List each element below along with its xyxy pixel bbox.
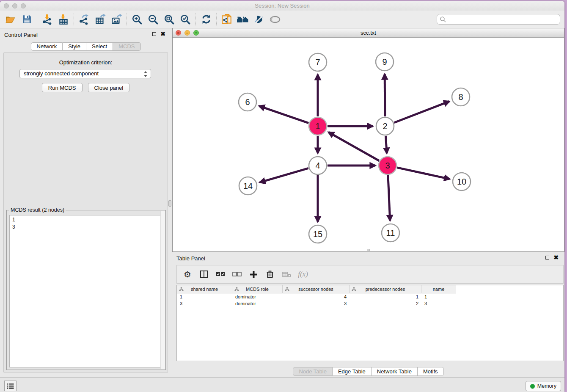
export-table-icon — [95, 14, 106, 25]
export-image-button[interactable] — [108, 12, 124, 27]
refresh-view-button[interactable] — [198, 12, 214, 27]
table-cell[interactable]: dominator — [232, 293, 283, 300]
tab-node-table[interactable]: Node Table — [293, 367, 333, 376]
import-table-button[interactable] — [55, 12, 72, 27]
table-settings-button[interactable]: ⚙ — [181, 268, 194, 281]
graphics-details-icon — [253, 14, 264, 25]
float-panel-icon[interactable] — [152, 32, 156, 36]
tab-network[interactable]: Network — [30, 42, 63, 51]
eye-icon — [269, 14, 281, 25]
table-cell[interactable]: 1 — [350, 293, 421, 300]
graph-node-2[interactable]: 2 — [376, 117, 394, 135]
graph-edge-2-9[interactable] — [385, 74, 385, 116]
zoom-out-button[interactable] — [145, 12, 161, 27]
column-header-MCDS-role[interactable]: MCDS role — [232, 285, 283, 293]
graph-node-10[interactable]: 10 — [453, 173, 471, 190]
table-cell[interactable]: 2 — [350, 300, 421, 307]
graph-edge-3-10[interactable] — [397, 168, 449, 179]
graph-node-3[interactable]: 3 — [379, 157, 396, 174]
graphics-details-button[interactable] — [251, 12, 267, 27]
mcds-result-text[interactable]: 1 3 — [9, 215, 162, 367]
tab-motifs[interactable]: Motifs — [418, 367, 444, 376]
clone-network-button[interactable] — [219, 12, 235, 27]
close-table-panel-icon[interactable]: ✖ — [553, 255, 559, 259]
result-scrollbar[interactable] — [160, 211, 165, 369]
network-window-titlebar[interactable]: × − + scc.txt — [173, 28, 564, 38]
run-mcds-button[interactable]: Run MCDS — [42, 83, 83, 92]
graph-node-11[interactable]: 11 — [382, 224, 399, 242]
column-header-shared-name[interactable]: shared name — [177, 285, 232, 293]
svg-text:11: 11 — [386, 228, 395, 237]
svg-text:10: 10 — [457, 177, 466, 186]
network-resize-grip[interactable] — [367, 249, 370, 251]
tab-network-table[interactable]: Network Table — [372, 367, 418, 376]
tab-mcds[interactable]: MCDS — [113, 42, 140, 51]
graph-edge-2-3[interactable] — [385, 136, 387, 153]
add-column-button[interactable] — [247, 268, 260, 281]
task-history-button[interactable] — [4, 381, 17, 391]
graph-edge-4-14[interactable] — [260, 168, 308, 182]
zoom-selected-button[interactable] — [177, 12, 193, 27]
network-graph-canvas[interactable]: 7968124314101511 — [173, 38, 564, 251]
svg-text:14: 14 — [243, 181, 253, 190]
graph-edge-3-1[interactable] — [328, 132, 379, 160]
save-session-button[interactable] — [19, 12, 35, 27]
shared-column-icon — [285, 287, 289, 292]
table-cell[interactable]: 3 — [283, 300, 350, 307]
graph-node-6[interactable]: 6 — [239, 93, 256, 111]
memory-button[interactable]: Memory — [526, 381, 561, 391]
close-panel-button[interactable]: Close panel — [88, 83, 130, 92]
search-field[interactable] — [437, 14, 560, 25]
column-header-name[interactable]: name — [421, 285, 456, 293]
show-hide-eye-button[interactable] — [267, 12, 283, 27]
import-network-button[interactable] — [39, 12, 55, 27]
export-table-button[interactable] — [92, 12, 108, 27]
tab-style[interactable]: Style — [63, 42, 86, 51]
plus-icon — [250, 271, 258, 279]
deselect-all-button[interactable] — [231, 268, 243, 281]
table-cell[interactable]: 4 — [283, 293, 350, 300]
zoom-fit-button[interactable] — [161, 12, 177, 27]
tab-select[interactable]: Select — [86, 42, 113, 51]
graph-edge-2-8[interactable] — [394, 101, 449, 122]
float-table-panel-icon[interactable] — [545, 256, 549, 259]
close-panel-icon[interactable]: ✖ — [160, 32, 165, 36]
graph-node-4[interactable]: 4 — [309, 157, 327, 174]
panel-divider-grip[interactable] — [168, 200, 171, 207]
show-columns-button[interactable] — [198, 268, 210, 281]
table-cell[interactable]: dominator — [232, 300, 283, 307]
delete-column-button[interactable] — [264, 268, 276, 281]
svg-text:6: 6 — [245, 97, 250, 107]
graph-node-9[interactable]: 9 — [376, 53, 394, 71]
graph-node-7[interactable]: 7 — [309, 53, 327, 71]
criterion-dropdown[interactable]: strongly connected component — [19, 69, 151, 78]
graph-edge-3-11[interactable] — [388, 175, 390, 221]
select-all-button[interactable] — [214, 268, 227, 281]
zoom-out-icon — [148, 14, 159, 25]
export-network-button[interactable] — [76, 12, 92, 27]
graph-node-15[interactable]: 15 — [309, 225, 327, 243]
table-cell[interactable]: 3 — [177, 300, 232, 307]
search-icon — [440, 16, 446, 23]
graph-node-1[interactable]: 1 — [309, 117, 327, 135]
zoom-in-icon — [132, 14, 143, 25]
svg-text:8: 8 — [458, 92, 463, 102]
deselect-all-icon — [232, 271, 242, 277]
table-row[interactable]: 1dominator411 — [177, 293, 563, 300]
column-header-predecessor-nodes[interactable]: predecessor nodes — [350, 285, 421, 293]
graph-node-8[interactable]: 8 — [452, 88, 470, 106]
search-input[interactable] — [446, 16, 560, 22]
open-session-button[interactable] — [3, 12, 19, 27]
table-cell[interactable]: 1 — [421, 293, 456, 300]
zoom-in-button[interactable] — [129, 12, 145, 27]
tab-edge-table[interactable]: Edge Table — [333, 367, 372, 376]
graph-edge-1-6[interactable] — [259, 106, 308, 123]
graph-node-14[interactable]: 14 — [239, 177, 257, 195]
table-row[interactable]: 3dominator323 — [177, 300, 563, 307]
table-cell[interactable]: 3 — [421, 300, 456, 307]
apply-layout-button[interactable] — [235, 12, 251, 27]
node-table[interactable]: shared nameMCDS rolesuccessor nodesprede… — [176, 285, 564, 361]
column-header-successor-nodes[interactable]: successor nodes — [283, 285, 350, 293]
table-cell[interactable]: 1 — [177, 293, 232, 300]
refresh-icon — [201, 14, 212, 25]
